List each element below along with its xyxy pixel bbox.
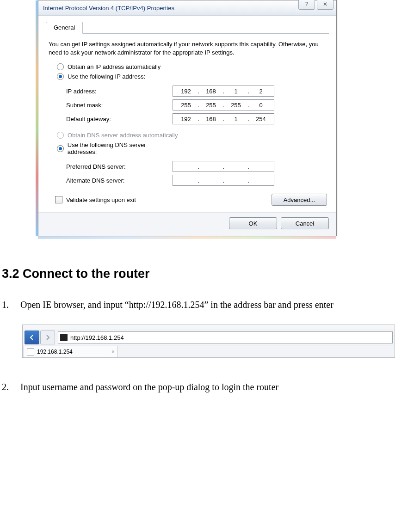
preferred-dns-label: Preferred DNS server:	[66, 163, 173, 170]
browser-navbar: http://192.168.1.254	[23, 330, 395, 345]
advanced-button[interactable]: Advanced...	[272, 194, 327, 206]
list-number-2: 2.	[2, 382, 20, 392]
radio-manual-dns-label: Use the following DNS server addresses:	[68, 141, 175, 155]
close-icon: ✕	[323, 1, 327, 7]
section-heading: 3.2 Connect to the router	[2, 267, 418, 281]
titlebar: Internet Protocol Version 4 (TCP/IPv4) P…	[38, 0, 336, 16]
tab-general[interactable]: General	[46, 22, 83, 34]
site-icon	[60, 334, 68, 341]
radio-manual-ip[interactable]	[57, 73, 64, 80]
ipv4-properties-dialog: Internet Protocol Version 4 (TCP/IPv4) P…	[38, 0, 337, 236]
preferred-dns-input[interactable]: . . .	[173, 161, 274, 172]
page-icon	[27, 348, 34, 355]
alternate-dns-label: Alternate DNS server:	[66, 177, 173, 184]
subnet-mask-input[interactable]: 255. 255. 255. 0	[173, 99, 274, 110]
radio-auto-ip-label: Obtain an IP address automatically	[68, 63, 161, 70]
description-text: You can get IP settings assigned automat…	[46, 38, 329, 62]
default-gateway-input[interactable]: 192. 168. 1. 254	[173, 113, 274, 124]
radio-auto-dns-label: Obtain DNS server address automatically	[68, 132, 178, 139]
back-button[interactable]	[25, 331, 39, 344]
validate-label: Validate settings upon exit	[66, 196, 136, 203]
step-2-text: Input username and password on the pop-u…	[20, 381, 278, 393]
ip-address-input[interactable]: 192. 168. 1. 2	[173, 86, 274, 97]
address-bar[interactable]: http://192.168.1.254	[58, 331, 393, 343]
step-1-text: Open IE browser, and input “http://192.1…	[20, 299, 334, 311]
browser-tabstrip: 192.168.1.254 ×	[23, 345, 395, 357]
tab-strip: General	[46, 21, 329, 34]
alternate-dns-input[interactable]: . . .	[173, 175, 274, 186]
ok-button[interactable]: OK	[229, 217, 277, 229]
cancel-button[interactable]: Cancel	[281, 217, 329, 229]
radio-manual-ip-label: Use the following IP address:	[68, 73, 145, 80]
radio-manual-dns[interactable]	[57, 145, 64, 152]
address-bar-text: http://192.168.1.254	[70, 334, 124, 341]
browser-window: http://192.168.1.254 192.168.1.254 ×	[22, 325, 395, 358]
radio-selected-icon	[59, 147, 62, 150]
ip-address-label: IP address:	[66, 88, 173, 95]
validate-checkbox[interactable]	[55, 196, 62, 203]
default-gateway-label: Default gateway:	[66, 116, 173, 123]
forward-button[interactable]	[40, 331, 55, 344]
arrow-left-icon	[29, 334, 35, 341]
tab-close-icon[interactable]: ×	[111, 349, 115, 355]
dialog-title: Internet Protocol Version 4 (TCP/IPv4) P…	[43, 5, 174, 12]
list-number-1: 1.	[2, 300, 20, 310]
browser-titlebar	[23, 325, 395, 330]
help-button[interactable]: ?	[298, 0, 315, 10]
decorative-bar	[38, 236, 336, 239]
radio-auto-dns	[57, 132, 64, 139]
arrow-right-icon	[44, 334, 51, 341]
browser-tab[interactable]: 192.168.1.254 ×	[24, 346, 118, 357]
subnet-mask-label: Subnet mask:	[66, 102, 173, 109]
decorative-strip	[36, 0, 38, 236]
browser-tab-title: 192.168.1.254	[37, 349, 73, 355]
close-button[interactable]: ✕	[317, 0, 334, 10]
radio-selected-icon	[59, 75, 62, 78]
dialog-footer: OK Cancel	[38, 212, 336, 236]
question-icon: ?	[305, 1, 309, 7]
radio-auto-ip[interactable]	[57, 63, 64, 70]
